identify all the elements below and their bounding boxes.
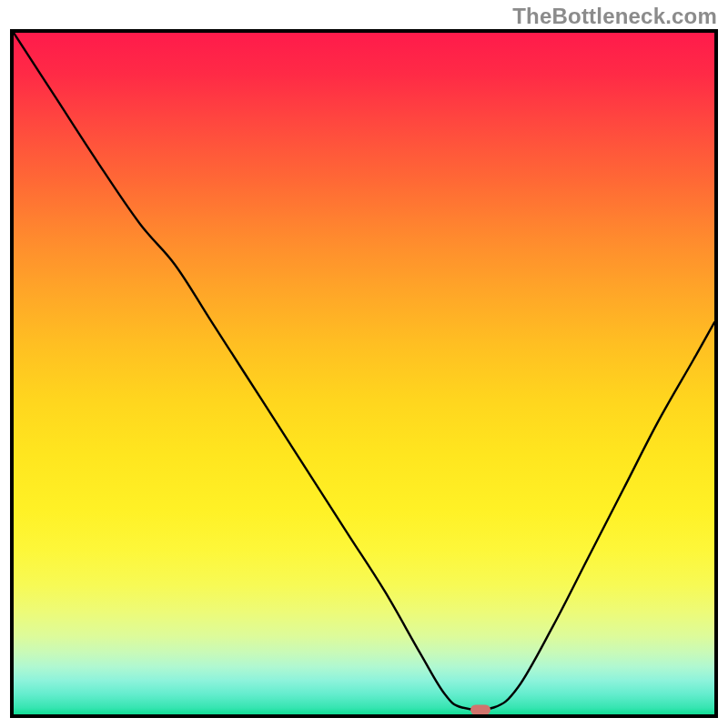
plot-frame	[10, 29, 718, 718]
watermark-text: TheBottleneck.com	[512, 4, 717, 29]
min-marker	[470, 704, 490, 714]
curve-path	[14, 33, 714, 714]
